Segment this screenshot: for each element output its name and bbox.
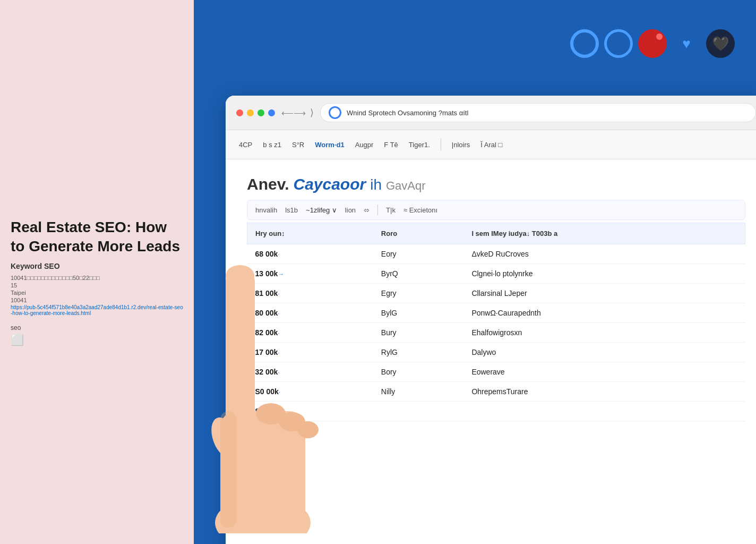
filter-ls1b[interactable]: ls1b bbox=[285, 206, 298, 214]
meta-line-4: 10041 bbox=[11, 297, 183, 303]
red-icon bbox=[638, 29, 667, 58]
cell-col3: Eowerave bbox=[463, 362, 745, 382]
cell-col2: Bury bbox=[373, 323, 464, 343]
blue-ring-icon bbox=[570, 29, 599, 58]
cell-col2: Eory bbox=[373, 244, 464, 264]
cell-col3: Clgnei·lo ptolynrke bbox=[463, 264, 745, 284]
right-panel: ♥ 🖤 ⟵⟶ ⟩ Wnind Sprotech Ovsamoning ?mats… bbox=[194, 0, 756, 544]
left-sidebar: Real Estate SEO: How to Generate More Le… bbox=[0, 0, 194, 544]
cell-num: 68 00k· bbox=[247, 244, 373, 264]
browser-toolbar: 4CP b s z1 S°R Worm·d1 Augpr F Tē Tiger1… bbox=[226, 130, 756, 159]
cell-col2: Egry bbox=[373, 284, 464, 303]
meta-line-1: 10041□□□□□□□□□□□□□50□22□□□ bbox=[11, 275, 183, 281]
cell-col2: BylG bbox=[373, 303, 464, 323]
browser-chrome: ⟵⟶ ⟩ Wnind Sprotech Ovsamoning ?mats αít… bbox=[226, 96, 756, 130]
cell-col2: ByrQ bbox=[373, 264, 464, 284]
cell-col3: ΔvkeD RuCroves bbox=[463, 244, 745, 264]
dark-icon: 🖤 bbox=[706, 29, 735, 58]
close-button[interactable] bbox=[236, 109, 243, 116]
search-circle-icon bbox=[329, 106, 341, 119]
table-row: 32 00k· Bory Eowerave bbox=[247, 362, 745, 382]
page-title-part3: ih bbox=[370, 176, 382, 193]
filter-dropdown-lifeg[interactable]: ~1zlifeg ∨ bbox=[306, 206, 337, 214]
cell-col3: OhrepemsTurare bbox=[463, 382, 745, 402]
filter-excietion[interactable]: ≈ Excietonı bbox=[403, 206, 437, 214]
toolbar-item-augpr[interactable]: Augpr bbox=[355, 141, 374, 149]
browser-icons: ♥ 🖤 bbox=[570, 29, 735, 58]
cell-col2: Bory bbox=[373, 362, 464, 382]
cell-num: 8F 00k· bbox=[247, 402, 373, 421]
blue-circle-icon bbox=[604, 29, 633, 58]
table-row: S0 00k· Nilly OhrepemsTurare bbox=[247, 382, 745, 402]
filter-arrows[interactable]: ⬄ bbox=[364, 206, 370, 214]
cell-col2 bbox=[373, 402, 464, 421]
toolbar-item-aral[interactable]: Ĭ Aral □ bbox=[480, 141, 502, 149]
page-heading-row: Anev. Caycaoor ih GavAqr bbox=[247, 175, 745, 193]
table-row: 68 00k· Eory ΔvkeD RuCroves bbox=[247, 244, 745, 264]
browser-content: Anev. Caycaoor ih GavAqr hnvalih ls1b ~1… bbox=[226, 159, 756, 437]
meta-line-3: Taipei bbox=[11, 290, 183, 296]
toolbar-item-1[interactable]: b s z1 bbox=[263, 141, 281, 149]
col-header-sem: I sem IMey iudya↓ T003b a bbox=[463, 223, 745, 244]
page-title-part2: Caycaoor bbox=[293, 175, 366, 193]
cell-col3: Cllarsinal LJeper bbox=[463, 284, 745, 303]
cell-num: 80 00k· bbox=[247, 303, 373, 323]
table-row: 13 00k→ ByrQ Clgnei·lo ptolynrke bbox=[247, 264, 745, 284]
nav-forward[interactable]: ⟩ bbox=[310, 107, 314, 118]
browser-nav: ⟵⟶ ⟩ bbox=[281, 107, 314, 118]
toolbar-item-nloirs[interactable]: |nloirs bbox=[452, 141, 470, 149]
extra-button[interactable] bbox=[268, 109, 275, 116]
table-header-row: Hry oun↕ Roro I sem IMey iudya↓ T003b a bbox=[247, 223, 745, 244]
table-body: 68 00k· Eory ΔvkeD RuCroves 13 00k→ ByrQ… bbox=[247, 244, 745, 421]
cell-col3: Dalywo bbox=[463, 343, 745, 362]
cell-num: 82 00k· bbox=[247, 323, 373, 343]
cell-col3: PonwΩ·Caurapednth bbox=[463, 303, 745, 323]
filter-separator bbox=[377, 205, 378, 215]
table-row: 80 00k· BylG PonwΩ·Caurapednth bbox=[247, 303, 745, 323]
filter-row: hnvalih ls1b ~1zlifeg ∨ lion ⬄ T|k ≈ Exc… bbox=[247, 200, 745, 220]
toolbar-item-wormdi[interactable]: Worm·d1 bbox=[315, 141, 344, 149]
minimize-button[interactable] bbox=[247, 109, 254, 116]
nav-icon-1: ⟵⟶ bbox=[281, 108, 306, 118]
article-tag: seo bbox=[11, 324, 183, 332]
filter-lion[interactable]: lion bbox=[345, 206, 356, 214]
col-header-num: Hry oun↕ bbox=[247, 223, 373, 244]
toolbar-separator bbox=[441, 138, 441, 151]
filter-hnvalih[interactable]: hnvalih bbox=[255, 206, 277, 214]
tag-icon: ⬜ bbox=[11, 334, 183, 346]
cell-col3: Ehalfowigrosxn bbox=[463, 323, 745, 343]
page-title-part4: GavAqr bbox=[386, 179, 426, 193]
heart-icon: ♥ bbox=[672, 29, 701, 58]
traffic-lights bbox=[236, 109, 275, 116]
cell-num: 13 00k→ bbox=[247, 264, 373, 284]
data-table: Hry oun↕ Roro I sem IMey iudya↓ T003b a … bbox=[247, 223, 745, 421]
filter-tk[interactable]: T|k bbox=[386, 206, 396, 214]
keyword-label: Keyword SEO bbox=[11, 262, 183, 270]
table-row: 82 00k· Bury Ehalfowigrosxn bbox=[247, 323, 745, 343]
table-row: 81 00k· Egry Cllarsinal LJeper bbox=[247, 284, 745, 303]
cell-num: 32 00k· bbox=[247, 362, 373, 382]
col-header-roro: Roro bbox=[373, 223, 464, 244]
cell-col2: Nilly bbox=[373, 382, 464, 402]
maximize-button[interactable] bbox=[257, 109, 264, 116]
search-bar-text: Wnind Sprotech Ovsamoning ?mats αítl bbox=[347, 109, 468, 117]
browser-search-bar[interactable]: Wnind Sprotech Ovsamoning ?mats αítl bbox=[320, 103, 756, 122]
article-url[interactable]: https://pub-5c454f571b8e40a3a2aad27ade84… bbox=[11, 304, 183, 316]
cell-num: S0 00k· bbox=[247, 382, 373, 402]
browser-window: ⟵⟶ ⟩ Wnind Sprotech Ovsamoning ?mats αít… bbox=[226, 96, 756, 544]
cell-num: 17 00k· bbox=[247, 343, 373, 362]
table-row: 17 00k· RylG Dalywo bbox=[247, 343, 745, 362]
article-title: Real Estate SEO: How to Generate More Le… bbox=[11, 218, 183, 257]
toolbar-item-te[interactable]: F Tē bbox=[384, 141, 398, 149]
cell-col3 bbox=[463, 402, 745, 421]
page-title-part1: Anev. bbox=[247, 175, 289, 193]
cell-col2: RylG bbox=[373, 343, 464, 362]
toolbar-item-0[interactable]: 4CP bbox=[239, 141, 252, 149]
cell-num: 81 00k· bbox=[247, 284, 373, 303]
toolbar-item-2[interactable]: S°R bbox=[292, 141, 304, 149]
meta-line-2: 15 bbox=[11, 282, 183, 288]
table-row: 8F 00k· bbox=[247, 402, 745, 421]
toolbar-item-tiger[interactable]: Tiger1. bbox=[409, 141, 430, 149]
